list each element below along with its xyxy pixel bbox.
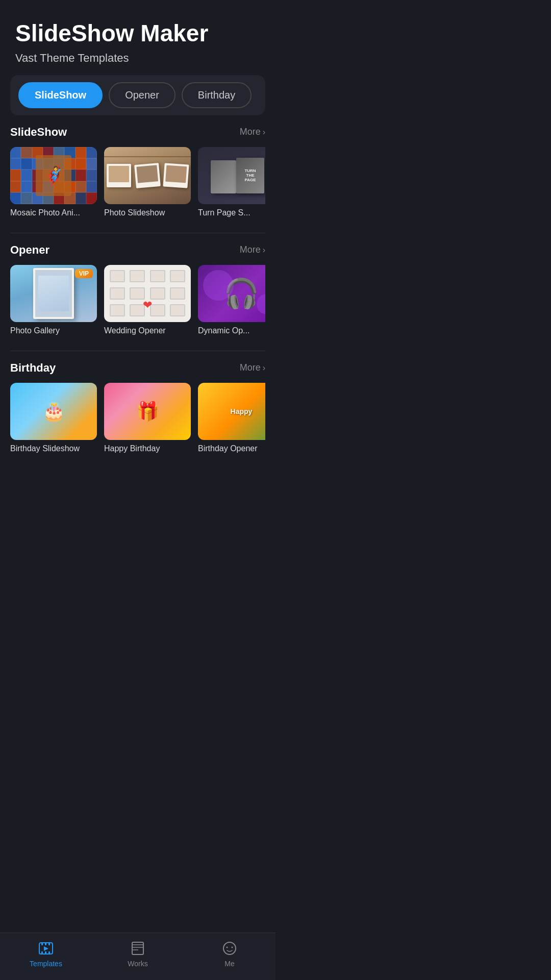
mosaic-figure: 🦸: [36, 155, 71, 196]
thumb-birthday3: Happy: [198, 383, 265, 440]
birthday-section-title: Birthday: [10, 361, 56, 375]
section-slideshow: SlideShow More › 🦸 Mosaic Photo Ani...: [0, 126, 276, 233]
card-birthday3-label: Birthday Opener: [198, 444, 265, 453]
glow-circles: [198, 265, 265, 322]
card-wedding-opener-label: Wedding Opener: [104, 326, 191, 335]
section-opener: Opener More › VIP Photo Gallery: [0, 243, 276, 351]
birthday1-icon: 🎂: [10, 383, 97, 440]
bottom-spacer: [0, 469, 276, 520]
birthday-cards-row: 🎂 Birthday Slideshow 🎁 Happy Birthday Ha…: [10, 383, 265, 453]
polaroid-container: [104, 147, 191, 204]
mini-frame-5: [110, 287, 125, 300]
section-slideshow-header: SlideShow More ›: [10, 126, 265, 139]
card-wedding-opener[interactable]: ❤ Wedding Opener: [104, 265, 191, 335]
heart-vine: ❤: [143, 299, 152, 312]
card-dynamic-opener[interactable]: 🎧 Dynamic Op...: [198, 265, 265, 335]
card-photo-gallery[interactable]: VIP Photo Gallery: [10, 265, 97, 335]
book-page-back: [211, 160, 236, 193]
slideshow-cards-row: 🦸 Mosaic Photo Ani...: [10, 147, 265, 217]
mini-frame-4: [170, 270, 185, 282]
app-title: SlideShow Maker: [15, 20, 260, 46]
app-subtitle: Vast Theme Templates: [15, 52, 260, 65]
tab-bar-wrapper: SlideShow Opener Birthday: [10, 75, 265, 115]
clothesline: [104, 156, 191, 157]
header: SlideShow Maker Vast Theme Templates: [0, 0, 276, 75]
mini-frame-1: [110, 270, 125, 282]
glow-circle-1: [203, 270, 234, 301]
polaroid-3: [163, 163, 189, 188]
card-mosaic-label: Mosaic Photo Ani...: [10, 208, 97, 217]
card-birthday2[interactable]: 🎁 Happy Birthday: [104, 383, 191, 453]
section-opener-header: Opener More ›: [10, 243, 265, 257]
card-photo-gallery-label: Photo Gallery: [10, 326, 97, 335]
card-photo-slideshow[interactable]: Photo Slideshow: [104, 147, 191, 217]
card-birthday1[interactable]: 🎂 Birthday Slideshow: [10, 383, 97, 453]
birthday-more-chevron: ›: [263, 363, 265, 373]
section-birthday-header: Birthday More ›: [10, 361, 265, 375]
mini-frame-6: [130, 287, 145, 300]
card-mosaic[interactable]: 🦸 Mosaic Photo Ani...: [10, 147, 97, 217]
slideshow-more-btn[interactable]: More ›: [240, 127, 265, 137]
mini-frame-12: [170, 304, 185, 316]
mini-frame-2: [130, 270, 145, 282]
frame-inner-photo: [38, 276, 69, 311]
thumb-photo-slideshow: [104, 147, 191, 204]
photo-frame: [33, 268, 74, 319]
mini-frame-8: [170, 287, 185, 300]
thumb-mosaic: 🦸: [10, 147, 97, 204]
card-dynamic-opener-label: Dynamic Op...: [198, 326, 265, 335]
thumb-wedding: ❤: [104, 265, 191, 322]
birthday3-text: Happy: [198, 383, 265, 440]
opener-more-btn[interactable]: More ›: [240, 244, 265, 255]
polaroid-2: [134, 163, 161, 188]
opener-more-label: More: [240, 244, 261, 255]
tab-bar: SlideShow Opener Birthday: [18, 82, 257, 108]
mini-frame-9: [110, 304, 125, 316]
card-birthday2-label: Happy Birthday: [104, 444, 191, 453]
mosaic-overlay: 🦸: [10, 147, 97, 204]
mini-frame-3: [150, 270, 165, 282]
section-birthday: Birthday More › 🎂 Birthday Slideshow 🎁 H…: [0, 361, 276, 469]
card-birthday1-label: Birthday Slideshow: [10, 444, 97, 453]
vip-badge: VIP: [75, 269, 93, 278]
card-birthday3[interactable]: Happy Birthday Opener: [198, 383, 265, 453]
mini-frame-11: [150, 304, 165, 316]
thumb-birthday2: 🎁: [104, 383, 191, 440]
polaroid-inner-1: [109, 166, 129, 182]
tab-opener[interactable]: Opener: [109, 82, 176, 108]
glow-circle-2: [257, 294, 265, 314]
slideshow-more-chevron: ›: [263, 128, 265, 137]
tab-birthday[interactable]: Birthday: [182, 82, 252, 108]
divider-1: [10, 233, 265, 233]
slideshow-section-title: SlideShow: [10, 126, 67, 139]
thumb-photo-gallery: VIP: [10, 265, 97, 322]
divider-2: [10, 351, 265, 351]
opener-section-title: Opener: [10, 243, 49, 257]
book-page-front: TURNTHEPAGE: [236, 158, 264, 193]
birthday-more-btn[interactable]: More ›: [240, 362, 265, 373]
card-turn-page[interactable]: TURNTHEPAGE Turn Page S...: [198, 147, 265, 217]
card-turn-page-label: Turn Page S...: [198, 208, 265, 217]
birthday-more-label: More: [240, 362, 261, 373]
card-photo-slideshow-label: Photo Slideshow: [104, 208, 191, 217]
thumb-dynamic: 🎧: [198, 265, 265, 322]
mini-frame-7: [150, 287, 165, 300]
polaroid-1: [107, 164, 131, 187]
thumb-turn-page: TURNTHEPAGE: [198, 147, 265, 204]
thumb-birthday1: 🎂: [10, 383, 97, 440]
tab-slideshow[interactable]: SlideShow: [18, 82, 103, 108]
book-visual: TURNTHEPAGE: [198, 147, 265, 204]
slideshow-more-label: More: [240, 127, 261, 137]
polaroid-inner-2: [136, 165, 158, 183]
birthday2-icon: 🎁: [104, 383, 191, 440]
opener-more-chevron: ›: [263, 246, 265, 255]
polaroid-inner-3: [165, 165, 187, 183]
opener-cards-row: VIP Photo Gallery: [10, 265, 265, 335]
wedding-hearts: [104, 265, 191, 322]
